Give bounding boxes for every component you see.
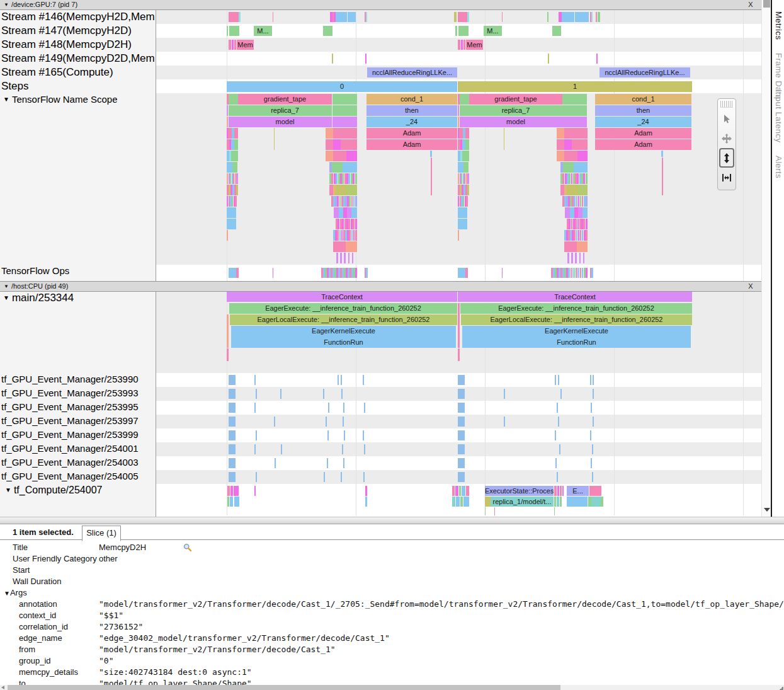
trace-event[interactable] xyxy=(346,241,357,252)
trace-event[interactable] xyxy=(567,185,577,195)
trace-event[interactable] xyxy=(485,497,491,507)
trace-event[interactable] xyxy=(557,128,564,139)
trace-event[interactable]: _24 xyxy=(595,117,691,127)
trace-event[interactable] xyxy=(234,40,236,50)
trace-event[interactable] xyxy=(458,105,459,116)
trace-event[interactable] xyxy=(467,185,469,195)
track-label[interactable]: ▼main/253344 xyxy=(3,292,74,304)
trace-event[interactable] xyxy=(547,12,548,22)
trace-event[interactable] xyxy=(560,486,562,496)
trace-event[interactable]: then xyxy=(595,105,691,116)
trace-event[interactable]: FunctionRun xyxy=(231,336,456,348)
trace-event[interactable] xyxy=(558,375,559,385)
trace-event[interactable] xyxy=(577,151,588,161)
trace-event[interactable] xyxy=(570,207,574,218)
trace-event[interactable] xyxy=(338,375,339,385)
trace-event[interactable]: EagerLocalExecute: __inference_train_fun… xyxy=(230,314,457,325)
trace-event[interactable] xyxy=(455,486,458,496)
args-header[interactable]: ▼Args xyxy=(2,587,784,599)
trace-event[interactable] xyxy=(467,12,469,22)
trace-event[interactable] xyxy=(502,12,503,22)
trace-event[interactable] xyxy=(548,54,549,64)
trace-event[interactable] xyxy=(229,26,239,36)
trace-event[interactable] xyxy=(327,458,328,468)
trace-event[interactable] xyxy=(333,151,346,161)
track-label[interactable]: ▼TensorFlow Name Scope xyxy=(3,94,117,105)
trace-event[interactable] xyxy=(454,12,457,22)
trace-event[interactable] xyxy=(275,458,276,468)
trace-event[interactable] xyxy=(254,375,256,385)
trace-event[interactable] xyxy=(239,12,241,22)
trace-event[interactable] xyxy=(333,128,357,139)
trace-event[interactable] xyxy=(577,241,588,252)
tab-alerts[interactable]: Alerts xyxy=(774,156,783,178)
trace-event[interactable] xyxy=(355,196,357,207)
trace-event[interactable] xyxy=(455,26,457,36)
trace-event[interactable] xyxy=(586,173,588,184)
trace-event[interactable] xyxy=(348,253,350,263)
trace-event[interactable] xyxy=(593,417,594,427)
trace-event[interactable] xyxy=(591,12,593,22)
trace-event[interactable] xyxy=(324,472,325,482)
trace-event[interactable] xyxy=(229,268,236,278)
trace-event[interactable] xyxy=(458,303,460,348)
cpu-section-header[interactable]: ▼/host:CPU (pid 49) X xyxy=(0,281,761,292)
trace-event[interactable] xyxy=(351,207,357,218)
trace-event[interactable] xyxy=(366,12,367,22)
trace-event[interactable] xyxy=(229,472,236,482)
trace-event[interactable] xyxy=(465,139,469,150)
trace-event[interactable] xyxy=(229,444,236,454)
trace-event[interactable] xyxy=(227,162,232,173)
trace-event[interactable] xyxy=(227,219,236,229)
trace-event[interactable] xyxy=(363,472,365,482)
horizontal-scrollbar[interactable] xyxy=(0,685,784,690)
trace-event[interactable] xyxy=(229,40,231,50)
trace-event[interactable] xyxy=(334,207,339,218)
trace-event[interactable] xyxy=(344,253,346,263)
trace-event[interactable] xyxy=(577,185,588,195)
trace-event[interactable] xyxy=(466,196,467,207)
trace-event[interactable] xyxy=(458,117,459,127)
trace-event[interactable] xyxy=(352,253,354,263)
trace-event[interactable] xyxy=(230,486,233,496)
trace-event[interactable] xyxy=(274,417,275,427)
trace-event[interactable] xyxy=(571,253,573,263)
trace-event[interactable] xyxy=(586,196,588,207)
trace-event[interactable] xyxy=(592,472,593,482)
trace-event[interactable] xyxy=(229,403,236,413)
trace-event[interactable] xyxy=(459,486,461,496)
trace-event[interactable] xyxy=(465,128,469,139)
trace-event[interactable] xyxy=(596,54,598,64)
trace-event[interactable] xyxy=(256,472,257,482)
trace-event[interactable] xyxy=(458,162,463,173)
trace-event[interactable] xyxy=(355,219,357,229)
trace-event[interactable] xyxy=(452,497,455,507)
trace-event[interactable] xyxy=(560,389,562,399)
trace-event[interactable]: EagerKernelExecute xyxy=(462,326,691,336)
trace-event[interactable] xyxy=(458,268,465,278)
trace-event[interactable] xyxy=(234,128,238,139)
tab-slice[interactable]: Slice (1) xyxy=(82,526,121,541)
trace-event[interactable] xyxy=(342,444,343,454)
trace-event[interactable] xyxy=(592,444,593,454)
scrollbar-thumb[interactable] xyxy=(763,0,770,8)
trace-event[interactable] xyxy=(458,417,465,427)
trace-event[interactable] xyxy=(557,486,559,496)
trace-event[interactable]: replica_1/model/t... xyxy=(491,497,554,507)
trace-event[interactable] xyxy=(254,403,256,413)
trace-event[interactable]: Mem xyxy=(237,40,254,50)
trace-event[interactable] xyxy=(591,497,601,507)
trace-event[interactable]: M... xyxy=(484,26,502,36)
trace-event[interactable] xyxy=(458,26,469,36)
trace-event[interactable] xyxy=(332,94,357,105)
trace-event[interactable] xyxy=(364,403,365,413)
trace-event[interactable]: then xyxy=(366,105,457,116)
trace-event[interactable] xyxy=(593,375,594,385)
timing-tool-button[interactable] xyxy=(718,168,736,187)
collapse-arrow-icon[interactable]: ▼ xyxy=(4,590,10,597)
trace-event[interactable] xyxy=(557,139,564,150)
trace-event[interactable] xyxy=(355,230,357,241)
trace-event[interactable] xyxy=(458,403,465,413)
trace-event[interactable]: TraceContext xyxy=(458,292,692,302)
trace-event[interactable]: FunctionRun xyxy=(462,336,691,348)
